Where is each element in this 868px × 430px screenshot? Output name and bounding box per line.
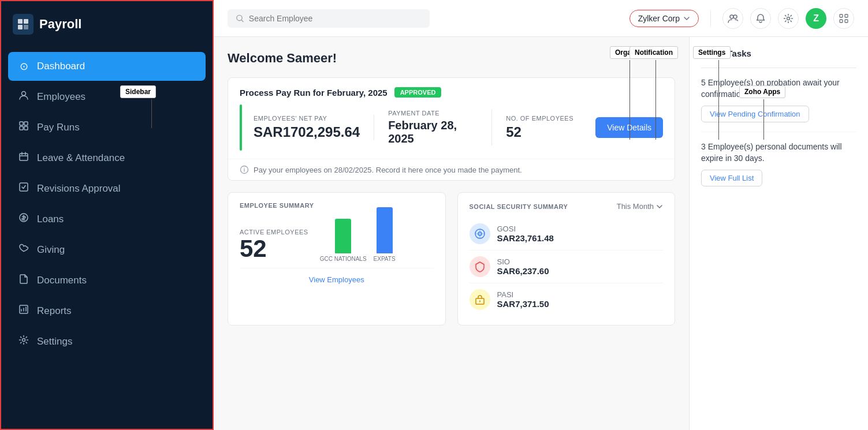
view-details-button[interactable]: View Details bbox=[595, 117, 663, 138]
payment-date-label: PAYMENT DATE bbox=[388, 110, 478, 117]
view-employees-link[interactable]: View Employees bbox=[240, 268, 434, 284]
giving-icon bbox=[17, 243, 30, 256]
search-icon bbox=[236, 14, 244, 23]
sio-icon bbox=[470, 256, 490, 277]
pay-runs-icon bbox=[17, 121, 30, 134]
chevron-down-icon bbox=[683, 15, 690, 22]
svg-rect-7 bbox=[20, 126, 23, 130]
sidebar-item-label-documents: Documents bbox=[37, 275, 87, 286]
todo-title: To Do Tasks bbox=[701, 48, 856, 58]
svg-point-23 bbox=[244, 167, 244, 168]
svg-rect-2 bbox=[18, 25, 23, 29]
active-employees-block: ACTIVE EMPLOYEES 52 bbox=[240, 229, 308, 262]
bar-expats-label: EXPATS bbox=[374, 256, 396, 262]
svg-rect-20 bbox=[840, 20, 843, 23]
sidebar-item-leave-attendance[interactable]: Leave & Attendance bbox=[8, 143, 206, 173]
people-icon-btn[interactable] bbox=[722, 8, 743, 29]
sidebar-item-revisions-approval[interactable]: Revisions Approval bbox=[8, 174, 206, 203]
payment-date-metric: PAYMENT DATE February 28, 2025 bbox=[388, 110, 492, 145]
svg-point-4 bbox=[22, 92, 26, 96]
todo-task-2: 3 Employee(s) personal documents will ex… bbox=[701, 141, 856, 186]
sidebar-item-label-settings-nav: Settings bbox=[37, 336, 72, 347]
this-month-selector[interactable]: This Month bbox=[617, 202, 663, 211]
todo-task-1: 5 Employee(s) on probation await your co… bbox=[701, 77, 856, 132]
sidebar-item-label-employees: Employees bbox=[37, 91, 85, 103]
sidebar-item-label-revisions: Revisions Approval bbox=[37, 183, 121, 195]
svg-rect-19 bbox=[845, 14, 848, 17]
svg-point-17 bbox=[787, 17, 790, 20]
pay-run-card: Process Pay Run for February, 2025 APPRO… bbox=[228, 77, 675, 181]
sidebar-item-label-dashboard: Dashboard bbox=[37, 61, 85, 72]
header: Zylker Corp bbox=[214, 0, 868, 37]
notification-bell-btn[interactable] bbox=[750, 8, 771, 29]
svg-rect-0 bbox=[18, 19, 23, 24]
gear-icon bbox=[783, 13, 794, 24]
ss-item-sio: SIO SAR6,237.60 bbox=[470, 250, 664, 283]
view-full-list-button[interactable]: View Full List bbox=[701, 170, 762, 186]
sidebar-item-employees[interactable]: Employees bbox=[8, 82, 206, 111]
app-name: Payroll bbox=[39, 17, 81, 32]
approved-badge: APPROVED bbox=[394, 87, 442, 98]
search-box[interactable] bbox=[228, 9, 430, 28]
sidebar-item-documents[interactable]: Documents bbox=[8, 266, 206, 295]
svg-rect-21 bbox=[845, 20, 848, 23]
bottom-row: EMPLOYEE SUMMARY ACTIVE EMPLOYEES 52 GCC… bbox=[228, 192, 675, 326]
gosi-amount: SAR23,761.48 bbox=[497, 233, 664, 243]
view-pending-confirmation-button[interactable]: View Pending Confirmation bbox=[701, 106, 809, 122]
net-pay-metric: EMPLOYEES' NET PAY SAR1702,295.64 bbox=[254, 115, 374, 140]
settings-icon bbox=[17, 335, 30, 348]
sidebar-item-label-leave: Leave & Attendance bbox=[37, 152, 125, 164]
settings-gear-btn[interactable] bbox=[778, 8, 799, 29]
pasi-amount: SAR7,371.50 bbox=[497, 299, 664, 309]
svg-point-15 bbox=[730, 15, 733, 18]
social-security-header: SOCIAL SECURITY SUMMARY This Month bbox=[470, 202, 664, 211]
zoho-avatar-btn[interactable]: Z bbox=[806, 8, 826, 29]
pay-run-header: Process Pay Run for February, 2025 APPRO… bbox=[228, 78, 675, 104]
svg-rect-3 bbox=[24, 25, 28, 29]
sidebar: Payroll ⊙ Dashboard Employees bbox=[0, 0, 214, 430]
svg-point-13 bbox=[23, 339, 25, 342]
pay-run-note: Pay your employees on 28/02/2025. Record… bbox=[228, 159, 675, 180]
employee-bar-chart: GCC NATIONALS EXPATS bbox=[320, 216, 396, 262]
sidebar-item-pay-runs[interactable]: Pay Runs bbox=[8, 113, 206, 142]
sidebar-item-loans[interactable]: Loans bbox=[8, 204, 206, 234]
sidebar-item-giving[interactable]: Giving bbox=[8, 235, 206, 264]
gosi-name: GOSI bbox=[497, 225, 664, 233]
sio-name: SIO bbox=[497, 257, 664, 266]
main-scroll-area: Welcome Sameer! Process Pay Run for Febr… bbox=[214, 37, 689, 430]
welcome-title: Welcome Sameer! bbox=[228, 51, 675, 66]
revisions-approval-icon bbox=[17, 182, 30, 195]
search-input[interactable] bbox=[249, 14, 422, 23]
bell-icon bbox=[755, 13, 766, 24]
this-month-label: This Month bbox=[617, 202, 654, 211]
dashboard-icon: ⊙ bbox=[17, 60, 30, 73]
gosi-info: GOSI SAR23,761.48 bbox=[497, 225, 664, 243]
sidebar-item-dashboard[interactable]: ⊙ Dashboard bbox=[8, 52, 206, 81]
pasi-info: PASI SAR7,371.50 bbox=[497, 290, 664, 309]
zoho-apps-btn[interactable] bbox=[833, 8, 854, 29]
main-content: Zylker Corp bbox=[214, 0, 868, 430]
sidebar-item-settings[interactable]: Settings bbox=[8, 327, 206, 356]
sidebar-item-label-giving: Giving bbox=[37, 244, 65, 256]
svg-rect-18 bbox=[840, 14, 843, 17]
chevron-down-ss-icon bbox=[656, 203, 663, 210]
gosi-icon bbox=[470, 223, 490, 244]
loans-icon bbox=[17, 212, 30, 226]
org-name: Zylker Corp bbox=[638, 14, 680, 23]
active-employees-count: 52 bbox=[240, 235, 308, 262]
num-employees-label: NO. OF EMPLOYEES bbox=[506, 115, 595, 122]
sidebar-navigation: ⊙ Dashboard Employees bbox=[1, 47, 213, 429]
org-selector[interactable]: Zylker Corp bbox=[629, 10, 699, 27]
reports-icon bbox=[17, 304, 30, 317]
content-area: Welcome Sameer! Process Pay Run for Febr… bbox=[214, 37, 868, 430]
net-pay-label: EMPLOYEES' NET PAY bbox=[254, 115, 360, 122]
bar-expats: EXPATS bbox=[374, 207, 396, 262]
todo-task-1-text: 5 Employee(s) on probation await your co… bbox=[701, 77, 856, 100]
sidebar-item-reports[interactable]: Reports bbox=[8, 296, 206, 326]
sio-amount: SAR6,237.60 bbox=[497, 266, 664, 276]
page-wrapper: Sidebar Organization Notification Settin… bbox=[0, 0, 868, 430]
info-icon bbox=[240, 165, 249, 174]
svg-rect-5 bbox=[20, 122, 23, 125]
sidebar-item-label-pay-runs: Pay Runs bbox=[37, 122, 80, 133]
sidebar-item-label-loans: Loans bbox=[37, 214, 64, 225]
